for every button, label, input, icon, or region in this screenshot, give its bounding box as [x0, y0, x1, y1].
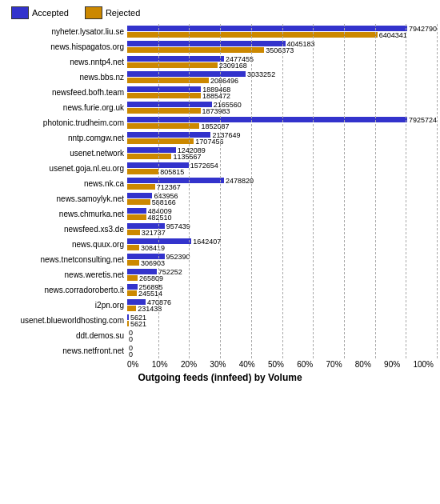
rejected-bar: 1885472: [127, 93, 437, 98]
rejected-bar-fill: [127, 245, 139, 250]
rejected-value: 5621: [130, 320, 146, 328]
rejected-bar: 306903: [127, 260, 437, 266]
bars-col: 7942790640434140451833506373247745523091…: [127, 24, 437, 358]
rejected-bar: 1873983: [127, 108, 437, 114]
rejected-bar: 2309168: [127, 62, 437, 68]
bar-pair: 18894681885472: [127, 85, 437, 100]
bar-pair: 00: [127, 328, 437, 343]
row-label: i2pn.org: [3, 298, 127, 313]
row-label: ddt.demos.su: [3, 328, 127, 343]
rejected-value: 306903: [141, 259, 165, 267]
accepted-bar-fill: [127, 117, 407, 122]
rejected-bar-fill: [127, 154, 171, 159]
accepted-bar: 3033252: [127, 71, 437, 77]
rejected-value: 265809: [139, 274, 163, 282]
chart-title: Outgoing feeds (innfeed) by Volume: [3, 372, 437, 383]
accepted-value: 1642407: [193, 238, 221, 246]
rejected-bar: 245514: [127, 290, 437, 296]
rejected-value: 6404341: [379, 31, 407, 39]
x-tick-50%: 50%: [268, 360, 284, 369]
rejected-bar-fill: [127, 108, 201, 114]
bar-pair: 24774552309168: [127, 54, 437, 70]
rejected-bar-fill: [127, 169, 158, 174]
rejected-value: 1135567: [173, 153, 201, 161]
x-tick-100%: 100%: [413, 360, 434, 369]
accepted-value: 3033252: [247, 70, 275, 78]
rejected-value: 231438: [138, 305, 162, 313]
accepted-bar-fill: [127, 56, 224, 62]
x-tick-60%: 60%: [297, 360, 313, 369]
rejected-bar-fill: [127, 260, 139, 266]
row-label: usenet.goja.nl.eu.org: [3, 161, 127, 176]
legend-rejected: Rejected: [85, 6, 140, 19]
legend-accepted: Accepted: [11, 6, 69, 19]
accepted-bar: 7925724: [127, 117, 437, 122]
rejected-bar-fill: [127, 230, 140, 235]
bar-pair: 1642407308419: [127, 237, 437, 252]
row-label: news.quux.org: [3, 237, 127, 252]
bar-pair: 1572654805815: [127, 161, 437, 176]
rejected-bar: 1135567: [127, 154, 437, 159]
rejected-bar-fill: [127, 32, 378, 38]
row-label: news.weretis.net: [3, 267, 127, 282]
rejected-bar: 2086496: [127, 78, 437, 83]
accepted-value: 1572654: [190, 162, 218, 170]
row-label: usenet.network: [3, 146, 127, 161]
rejected-bar-fill: [127, 62, 218, 68]
row-label: news.chmurka.net: [3, 206, 127, 222]
rejected-bar: 0: [127, 351, 437, 357]
row-label: news.samoylyk.net: [3, 191, 127, 206]
rejected-bar: 321737: [127, 230, 437, 235]
rejected-bar-fill: [127, 306, 136, 311]
legend-box-rejected: [85, 6, 102, 19]
rejected-bar-fill: [127, 78, 209, 83]
rejected-bar: 231438: [127, 306, 437, 311]
rejected-bar: 308419: [127, 245, 437, 250]
row-label: news.tnetconsulting.net: [3, 252, 127, 267]
row-label: news.nntp4.net: [3, 54, 127, 70]
accepted-bar-fill: [127, 314, 129, 320]
rejected-bar: 1852087: [127, 123, 437, 129]
bar-pair: 2478820712367: [127, 176, 437, 191]
accepted-bar: 5621: [127, 314, 437, 320]
bar-pair: 256895245514: [127, 282, 437, 298]
accepted-value: 7925724: [409, 116, 437, 124]
accepted-bar-fill: [127, 26, 407, 31]
bar-pair: 957439321737: [127, 222, 437, 237]
rejected-value: 482510: [148, 214, 172, 222]
row-label: nntp.comgw.net: [3, 130, 127, 146]
row-label: news.bbs.nz: [3, 70, 127, 85]
bar-pair: 56215621: [127, 313, 437, 328]
bars-wrapper: 7942790640434140451833506373247745523091…: [127, 24, 437, 358]
x-tick-0%: 0%: [127, 360, 138, 369]
rejected-bar-fill: [127, 138, 194, 144]
row-label: newsfeed.xs3.de: [3, 222, 127, 237]
accepted-bar-fill: [127, 41, 286, 46]
rejected-bar: 805815: [127, 169, 437, 174]
legend-box-accepted: [11, 6, 29, 19]
chart-area: nyheter.lysator.liu.senews.hispagatos.or…: [3, 24, 437, 358]
accepted-bar: 957439: [127, 223, 437, 229]
rejected-value: 1873983: [202, 107, 230, 115]
rejected-value: 245514: [138, 290, 162, 298]
rejected-bar-fill: [127, 93, 201, 98]
x-tick-90%: 90%: [384, 360, 400, 369]
row-label: nyheter.lysator.liu.se: [3, 24, 127, 39]
legend-accepted-label: Accepted: [32, 8, 69, 18]
rejected-bar: 265809: [127, 275, 437, 281]
accepted-bar: 952390: [127, 254, 437, 259]
accepted-value: 957439: [166, 222, 190, 230]
accepted-bar: 1889468: [127, 86, 437, 92]
accepted-bar: 752252: [127, 269, 437, 274]
accepted-bar: 1642407: [127, 238, 437, 244]
rejected-bar-fill: [127, 290, 137, 296]
bar-pair: 470876231438: [127, 298, 437, 313]
accepted-bar-fill: [127, 147, 176, 153]
rejected-value: 712367: [157, 183, 181, 191]
x-tick-10%: 10%: [152, 360, 168, 369]
row-label: news.furie.org.uk: [3, 100, 127, 115]
rejected-value: 1852087: [201, 122, 229, 130]
row-label: news.nk.ca: [3, 176, 127, 191]
bar-pair: 79257241852087: [127, 115, 437, 130]
bar-pair: 12420891135567: [127, 146, 437, 161]
